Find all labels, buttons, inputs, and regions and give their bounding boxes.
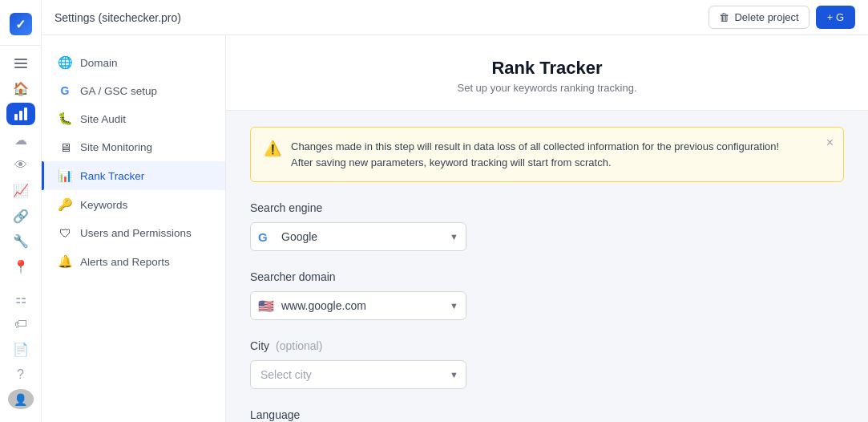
add-project-button[interactable]: + G [816,6,855,29]
nav-item-keywords[interactable]: 🔑 Keywords [42,190,225,219]
city-select-wrapper: Select city ▼ [250,360,466,389]
delete-icon: 🗑 [719,11,729,23]
icon-nav-cloud[interactable]: ☁ [6,128,35,151]
domain-icon: 🌐 [58,55,72,70]
nav-item-users-permissions[interactable]: 🛡 Users and Permissions [42,219,225,247]
left-nav: 🌐 Domain G GA / GSC setup 🐛 Site Audit 🖥… [42,35,226,422]
search-engine-group: Search engine G Google ▼ [250,201,844,251]
google-g-icon: G [258,230,268,244]
user-avatar[interactable]: 👤 [8,389,34,409]
header-actions: 🗑 Delete project + G [709,6,855,29]
alert-text: Changes made in this step will result in… [291,139,779,170]
site-monitoring-icon: 🖥 [58,140,72,154]
nav-item-site-audit[interactable]: 🐛 Site Audit [42,104,225,133]
nav-item-ga-gsc[interactable]: G GA / GSC setup [42,77,225,104]
search-engine-select[interactable]: Google [250,222,466,251]
logo-area: ✓ [0,6,41,46]
nav-item-alerts-reports[interactable]: 🔔 Alerts and Reports [42,247,225,276]
nav-item-domain[interactable]: 🌐 Domain [42,48,225,77]
site-audit-icon: 🐛 [58,112,72,126]
alert-close-button[interactable]: × [826,136,834,150]
icon-nav-grid[interactable]: ⚏ [6,287,35,310]
delete-project-button[interactable]: 🗑 Delete project [709,6,809,29]
page-subtitle: Set up your keywords ranking tracking. [226,82,868,94]
alert-warning-icon: ⚠️ [264,140,281,157]
main-layout: 🌐 Domain G GA / GSC setup 🐛 Site Audit 🖥… [42,35,868,422]
alerts-reports-icon: 🔔 [58,254,72,269]
city-group: City (optional) Select city ▼ [250,339,844,389]
language-group: Language English ▼ [250,408,844,422]
language-label: Language [250,408,844,421]
searcher-domain-select-wrapper: 🇺🇸 www.google.com ▼ [250,291,466,320]
icon-nav-rank-tracker-active[interactable] [6,103,35,125]
searcher-domain-label: Searcher domain [250,270,844,283]
icon-nav-menu[interactable] [6,52,35,75]
us-flag-icon: 🇺🇸 [258,298,274,314]
icon-nav-eye[interactable]: 👁 [6,154,35,177]
nav-item-site-monitoring[interactable]: 🖥 Site Monitoring [42,133,225,161]
svg-rect-0 [14,114,18,120]
svg-rect-1 [19,111,22,120]
icon-nav-doc[interactable]: 📄 [6,339,35,361]
top-header: Settings (sitechecker.pro) 🗑 Delete proj… [42,0,868,35]
searcher-domain-group: Searcher domain 🇺🇸 www.google.com ▼ [250,270,844,320]
icon-nav-tools[interactable]: 🔧 [6,230,35,253]
svg-rect-2 [24,108,27,120]
ga-gsc-icon: G [58,84,72,97]
page-title: Rank Tracker [226,58,868,79]
city-select[interactable]: Select city [250,360,466,389]
header-title: Settings (sitechecker.pro) [55,11,181,24]
search-engine-select-wrapper: G Google ▼ [250,222,466,251]
searcher-domain-select[interactable]: www.google.com [250,291,466,320]
icon-sidebar: ✓ 🏠 ☁ 👁 📈 🔗 🔧 📍 ⚏ 🏷 📄 ? 👤 [0,0,42,422]
icon-nav-home[interactable]: 🏠 [6,78,35,100]
icon-nav-chart[interactable]: 📈 [6,180,35,202]
icon-nav-help[interactable]: ? [6,364,35,387]
nav-item-rank-tracker[interactable]: 📊 Rank Tracker [42,161,225,190]
alert-banner: ⚠️ Changes made in this step will result… [250,127,844,182]
keywords-icon: 🔑 [58,197,72,212]
icon-nav-tag[interactable]: 🏷 [6,313,35,335]
rank-tracker-icon: 📊 [58,168,72,183]
icon-nav-location[interactable]: 📍 [6,256,35,278]
content-area: Rank Tracker Set up your keywords rankin… [226,35,868,422]
page-header: Rank Tracker Set up your keywords rankin… [226,35,868,111]
logo-icon: ✓ [10,13,32,35]
city-label: City (optional) [250,339,844,352]
search-engine-label: Search engine [250,201,844,214]
users-permissions-icon: 🛡 [58,226,72,240]
form-area: Search engine G Google ▼ Searcher domain… [226,182,868,422]
icon-nav-link[interactable]: 🔗 [6,205,35,227]
